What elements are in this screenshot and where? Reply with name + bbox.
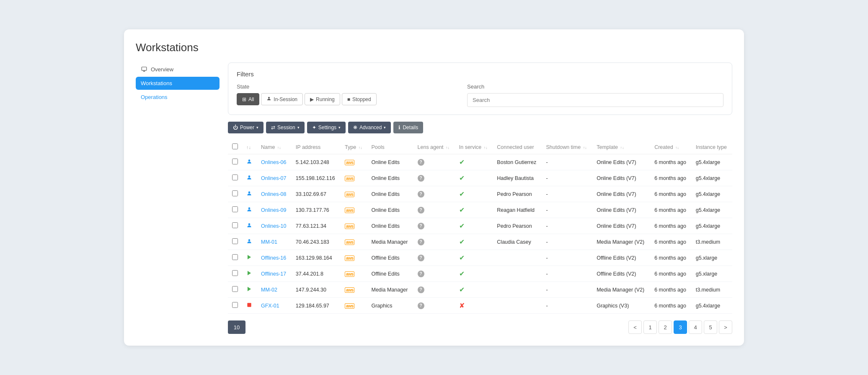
row-checkbox[interactable] — [232, 159, 238, 164]
row-status-cell — [242, 186, 257, 202]
page-1-button[interactable]: 1 — [643, 320, 657, 334]
lens-help-icon[interactable]: ? — [418, 159, 424, 166]
row-checkbox[interactable] — [232, 302, 238, 308]
col-in-service[interactable]: In service ↑↓ — [455, 140, 493, 154]
row-checkbox-cell — [228, 186, 242, 202]
row-name-link[interactable]: Onlines-07 — [261, 175, 286, 181]
row-status-cell — [242, 170, 257, 186]
row-name-link[interactable]: Onlines-06 — [261, 159, 286, 165]
row-type-cell: aws — [341, 234, 367, 250]
row-name-link[interactable]: MM-02 — [261, 287, 277, 293]
page-4-button[interactable]: 4 — [689, 320, 702, 334]
col-created[interactable]: Created ↑↓ — [650, 140, 692, 154]
pagination-left: 10 — [228, 320, 627, 334]
in-service-check: ✔ — [459, 174, 465, 182]
settings-button[interactable]: ✦ Settings ▾ — [307, 122, 346, 133]
row-template-cell: Online Edits (V7) — [592, 202, 650, 218]
col-type[interactable]: Type ↑↓ — [341, 140, 367, 154]
row-type-cell: aws — [341, 250, 367, 266]
col-name[interactable]: Name ↑↓ — [257, 140, 292, 154]
lens-help-icon[interactable]: ? — [418, 271, 424, 277]
row-checkbox[interactable] — [232, 238, 238, 244]
lens-help-icon[interactable]: ? — [418, 302, 424, 309]
row-status-cell — [242, 298, 257, 314]
lens-help-icon[interactable]: ? — [418, 223, 424, 229]
search-input[interactable] — [467, 93, 723, 107]
row-lens-cell: ? — [413, 266, 455, 282]
sidebar-item-overview[interactable]: Overview — [136, 62, 220, 76]
row-status-icon — [246, 287, 252, 293]
row-name-link[interactable]: Onlines-09 — [261, 207, 286, 213]
lens-help-icon[interactable]: ? — [418, 255, 424, 261]
aws-icon: aws — [345, 271, 354, 277]
row-in-service-cell: ✔ — [455, 266, 493, 282]
page-size-display[interactable]: 10 — [228, 320, 245, 334]
row-instance-type-cell: g5.4xlarge — [692, 186, 732, 202]
col-lens-agent[interactable]: Lens agent ↑↓ — [413, 140, 455, 154]
sidebar-item-operations[interactable]: Operations — [136, 91, 220, 104]
row-name-link[interactable]: Offlines-17 — [261, 271, 286, 277]
row-created-cell: 6 months ago — [650, 170, 692, 186]
state-btn-all[interactable]: ⊞ All — [237, 93, 259, 105]
row-created-cell: 6 months ago — [650, 234, 692, 250]
row-instance-type-cell: g5.4xlarge — [692, 298, 732, 314]
state-btn-running[interactable]: ▶ Running — [305, 93, 340, 105]
lens-help-icon[interactable]: ? — [418, 286, 424, 293]
svg-point-8 — [248, 223, 251, 225]
svg-point-9 — [248, 239, 251, 241]
row-checkbox[interactable] — [232, 174, 238, 180]
page-3-button[interactable]: 3 — [674, 320, 687, 334]
row-ip-cell: 33.102.69.67 — [292, 186, 341, 202]
row-name-cell: Onlines-06 — [257, 154, 292, 170]
advanced-button[interactable]: ❋ Advanced ▾ — [348, 122, 391, 133]
row-checkbox[interactable] — [232, 206, 238, 212]
lens-help-icon[interactable]: ? — [418, 239, 424, 245]
row-lens-cell: ? — [413, 234, 455, 250]
page-2-button[interactable]: 2 — [659, 320, 672, 334]
page-next-button[interactable]: > — [719, 320, 732, 334]
row-status-icon — [246, 192, 252, 198]
lens-help-icon[interactable]: ? — [418, 207, 424, 214]
row-checkbox[interactable] — [232, 270, 238, 276]
row-pools-cell: Media Manager — [367, 282, 413, 298]
row-checkbox[interactable] — [232, 286, 238, 292]
aws-icon: aws — [345, 192, 354, 197]
row-checkbox[interactable] — [232, 190, 238, 196]
row-name-link[interactable]: Onlines-10 — [261, 223, 286, 229]
filters-row: State ⊞ All In-Session — [237, 83, 723, 107]
col-shutdown-time[interactable]: Shutdown time ↑↓ — [542, 140, 593, 154]
page-5-button[interactable]: 5 — [704, 320, 717, 334]
col-template[interactable]: Template ↑↓ — [592, 140, 650, 154]
lens-help-icon[interactable]: ? — [418, 175, 424, 182]
details-button[interactable]: ℹ Details — [393, 122, 423, 133]
row-pools-cell: Media Manager — [367, 234, 413, 250]
svg-rect-0 — [142, 67, 147, 70]
row-created-cell: 6 months ago — [650, 250, 692, 266]
select-all-checkbox[interactable] — [232, 143, 238, 149]
row-template-cell: Online Edits (V7) — [592, 154, 650, 170]
row-instance-type-cell: g5.xlarge — [692, 250, 732, 266]
state-btn-stopped[interactable]: ■ Stopped — [342, 93, 377, 105]
lens-help-icon[interactable]: ? — [418, 191, 424, 198]
row-name-link[interactable]: MM-01 — [261, 239, 277, 245]
page-prev-button[interactable]: < — [628, 320, 642, 334]
row-pools-cell: Online Edits — [367, 218, 413, 234]
power-button[interactable]: ⏻ Power ▾ — [228, 122, 264, 133]
row-status-cell — [242, 282, 257, 298]
row-ip-cell: 147.9.244.30 — [292, 282, 341, 298]
row-name-link[interactable]: Onlines-08 — [261, 191, 286, 197]
row-name-link[interactable]: Offlines-16 — [261, 255, 286, 261]
in-service-check: ✔ — [459, 190, 465, 198]
row-name-link[interactable]: GFX-01 — [261, 303, 279, 309]
row-checkbox[interactable] — [232, 222, 238, 228]
in-service-check: ✔ — [459, 238, 465, 245]
row-pools-cell: Online Edits — [367, 186, 413, 202]
row-type-cell: aws — [341, 282, 367, 298]
state-btn-in-session[interactable]: In-Session — [261, 93, 303, 105]
sidebar-item-workstations[interactable]: Workstations — [136, 77, 220, 90]
row-checkbox-cell — [228, 202, 242, 218]
row-checkbox[interactable] — [232, 254, 238, 260]
session-button[interactable]: ⇄ Session ▾ — [266, 122, 305, 133]
row-ip-cell: 5.142.103.248 — [292, 154, 341, 170]
row-lens-cell: ? — [413, 170, 455, 186]
